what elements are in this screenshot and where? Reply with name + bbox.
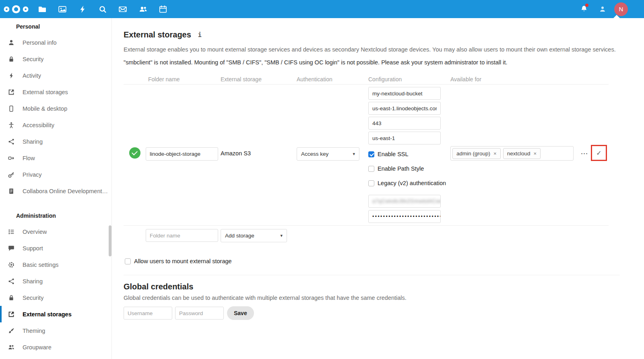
people-icon xyxy=(8,344,14,351)
lightning-icon xyxy=(8,72,14,79)
sidebar-item-label: Sharing xyxy=(23,278,43,285)
global-credentials-description: Global credentials can be used to authen… xyxy=(124,295,620,301)
sidebar-item-mobile-desktop[interactable]: Mobile & desktop xyxy=(0,100,111,117)
app-activity-button[interactable] xyxy=(72,0,93,18)
folder-name-input[interactable] xyxy=(146,147,218,161)
external-link-icon xyxy=(8,311,14,318)
paintbrush-icon xyxy=(8,328,14,334)
external-storage-description: External storage enables you to mount ex… xyxy=(124,46,644,53)
sidebar-item-label: Groupware xyxy=(23,344,52,351)
sidebar-item-external-storages-personal[interactable]: External storages xyxy=(0,84,111,100)
sidebar-item-external-storages-admin[interactable]: External storages xyxy=(0,306,111,322)
sidebar-item-security-admin[interactable]: Security xyxy=(0,289,111,306)
contacts-menu-button[interactable] xyxy=(593,0,612,18)
app-files-button[interactable] xyxy=(32,0,52,18)
share-icon xyxy=(8,138,14,145)
lightning-icon xyxy=(79,5,86,13)
sidebar-item-security-personal[interactable]: Security xyxy=(0,51,111,67)
external-storages-table: Folder name External storage Authenticat… xyxy=(124,74,609,248)
sidebar-item-personal-info[interactable]: Personal info xyxy=(0,34,111,51)
app-mail-button[interactable] xyxy=(113,0,133,18)
smbclient-warning: "smbclient" is not installed. Mounting o… xyxy=(124,59,644,66)
sidebar-item-support[interactable]: Support xyxy=(0,240,111,256)
calendar-icon xyxy=(159,5,167,13)
sidebar-item-label: Security xyxy=(23,56,43,62)
save-storage-button[interactable]: ✓ xyxy=(592,146,606,160)
flow-icon xyxy=(8,155,14,161)
allow-users-mount-checkbox[interactable]: Allow users to mount external storage xyxy=(125,258,644,264)
secret-key-input[interactable]: •••••••••••••••••••••••••••••• xyxy=(368,210,441,223)
authentication-select[interactable]: Access key ▾ xyxy=(297,147,359,161)
document-icon xyxy=(8,188,14,194)
top-bar: N xyxy=(0,0,644,18)
sidebar-item-groupware[interactable]: Groupware xyxy=(0,339,111,355)
save-button[interactable]: Save xyxy=(227,306,254,320)
sidebar-item-label: Accessibility xyxy=(23,122,54,128)
enable-path-style-checkbox[interactable]: Enable Path Style xyxy=(368,165,448,172)
sidebar-item-collabora[interactable]: Collabora Online Development Edit... xyxy=(0,183,111,199)
share-icon xyxy=(8,278,14,285)
checkbox-unchecked-icon xyxy=(125,258,131,264)
enable-ssl-label: Enable SSL xyxy=(378,151,409,157)
global-username-input[interactable] xyxy=(124,307,172,320)
add-storage-select[interactable]: Add storage ▾ xyxy=(221,229,287,242)
sidebar-item-label: Mobile & desktop xyxy=(23,105,67,112)
info-icon[interactable]: i xyxy=(198,31,202,39)
sidebar-item-accessibility[interactable]: Accessibility xyxy=(0,117,111,133)
app-calendar-button[interactable] xyxy=(153,0,173,18)
sidebar-item-sharing-admin[interactable]: Sharing xyxy=(0,273,111,289)
authentication-selected-value: Access key xyxy=(301,151,328,157)
legacy-auth-checkbox[interactable]: Legacy (v2) authentication xyxy=(368,180,448,186)
settings-sidebar: Personal Personal info Security Activity… xyxy=(0,18,112,359)
remove-chip-icon[interactable]: × xyxy=(533,151,537,157)
sidebar-item-label: Security xyxy=(23,295,43,301)
sidebar-item-label: Support xyxy=(23,245,43,252)
key-icon xyxy=(8,171,14,178)
lock-icon xyxy=(8,295,14,301)
main-content: External storages i External storage ena… xyxy=(112,18,644,359)
sidebar-scrollbar-thumb[interactable] xyxy=(109,225,111,256)
hostname-input[interactable] xyxy=(368,102,441,115)
nextcloud-logo[interactable] xyxy=(0,4,32,14)
new-folder-name-input[interactable] xyxy=(146,229,218,242)
column-header-folder-name: Folder name xyxy=(146,76,218,83)
sidebar-item-overview[interactable]: Overview xyxy=(0,223,111,240)
available-for-select[interactable]: admin (group) × nextcloud × xyxy=(450,146,574,161)
remove-chip-icon[interactable]: × xyxy=(493,151,497,157)
app-search-button[interactable] xyxy=(93,0,113,18)
sidebar-item-flow[interactable]: Flow xyxy=(0,150,111,166)
sidebar-item-label: Personal info xyxy=(23,39,57,46)
sidebar-item-basic-settings[interactable]: Basic settings xyxy=(0,256,111,273)
sidebar-item-label: Basic settings xyxy=(23,262,58,268)
storage-type-label: Amazon S3 xyxy=(218,150,294,223)
secret-key-masked-value: •••••••••••••••••••••••••••••• xyxy=(372,214,441,219)
sidebar-item-privacy[interactable]: Privacy xyxy=(0,166,111,183)
phone-icon xyxy=(8,105,14,112)
region-input[interactable] xyxy=(368,132,441,144)
row-options-button[interactable]: ··· xyxy=(578,150,591,157)
chat-bubble-icon xyxy=(8,245,14,252)
sidebar-item-theming[interactable]: Theming xyxy=(0,322,111,339)
enable-path-style-label: Enable Path Style xyxy=(378,165,424,172)
sidebar-item-label: Collabora Online Development Edit... xyxy=(23,188,109,194)
app-contacts-button[interactable] xyxy=(133,0,153,18)
enable-ssl-checkbox[interactable]: Enable SSL xyxy=(368,151,448,157)
search-icon xyxy=(99,5,107,13)
checkbox-unchecked-icon xyxy=(368,166,374,172)
contact-person-icon xyxy=(599,6,606,13)
bucket-input[interactable] xyxy=(368,87,441,100)
checkbox-unchecked-icon xyxy=(368,180,374,186)
list-icon xyxy=(8,229,14,235)
port-input[interactable] xyxy=(368,117,441,130)
app-photos-button[interactable] xyxy=(52,0,72,18)
accessibility-icon xyxy=(8,122,14,128)
administration-section-heading: Administration xyxy=(0,212,111,220)
global-password-input[interactable] xyxy=(175,307,224,320)
access-key-input[interactable]: a7qCwkdbJ8kZGmwbd4Cweki xyxy=(368,195,441,208)
notifications-button[interactable] xyxy=(575,0,593,18)
chip-label: admin (group) xyxy=(456,151,490,157)
allow-users-mount-label: Allow users to mount external storage xyxy=(134,258,232,264)
sidebar-item-sharing-personal[interactable]: Sharing xyxy=(0,133,111,150)
sidebar-item-activity[interactable]: Activity xyxy=(0,67,111,84)
folder-icon xyxy=(38,5,46,13)
